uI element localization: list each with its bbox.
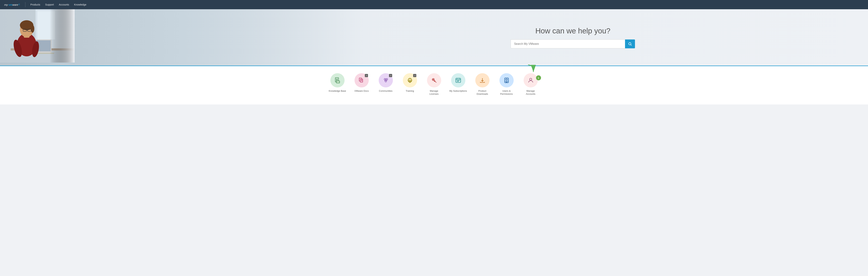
icons-section: Knowledge Base ↗ VMware Docs ↗ xyxy=(0,66,868,104)
vmware-docs-label: VMware Docs xyxy=(354,90,369,93)
svg-point-30 xyxy=(386,79,388,80)
hero-image xyxy=(0,9,365,66)
external-badge-training: ↗ xyxy=(413,74,416,77)
nav-link-accounts[interactable]: Accounts xyxy=(59,3,69,6)
product-downloads-circle xyxy=(475,73,490,87)
training-item[interactable]: ↗ Training xyxy=(401,73,419,93)
training-label: Training xyxy=(406,90,414,93)
logo-my-text: my xyxy=(4,3,8,6)
manage-accounts-circle xyxy=(524,73,538,87)
svg-point-35 xyxy=(409,80,410,81)
manage-licenses-icon xyxy=(431,77,437,84)
my-subscriptions-item[interactable]: My Subscriptions xyxy=(450,73,467,93)
users-permissions-item[interactable]: Users & Permissions xyxy=(498,73,516,96)
manage-licenses-label: Manage Licenses xyxy=(425,90,443,96)
knowledge-base-icon xyxy=(334,77,341,84)
training-icon xyxy=(407,77,413,84)
vmware-docs-icon xyxy=(359,77,365,84)
vmware-docs-item[interactable]: ↗ VMware Docs xyxy=(353,73,371,93)
external-badge-docs: ↗ xyxy=(365,74,368,77)
product-downloads-label: Product Downloads xyxy=(473,90,491,96)
svg-point-11 xyxy=(31,25,34,33)
communities-icon xyxy=(382,77,389,84)
communities-item[interactable]: ↗ Communities xyxy=(377,73,395,93)
external-badge-communities: ↗ xyxy=(389,74,392,77)
manage-licenses-item[interactable]: Manage Licenses xyxy=(425,73,443,96)
knowledge-base-circle xyxy=(330,73,345,87)
logo-vm-text: vm xyxy=(8,3,12,6)
icons-row: Knowledge Base ↗ VMware Docs ↗ xyxy=(329,73,539,96)
search-button[interactable] xyxy=(625,39,635,48)
communities-circle: ↗ xyxy=(379,73,393,87)
my-subscriptions-circle xyxy=(451,73,465,87)
hero-illustration xyxy=(0,9,74,63)
svg-rect-24 xyxy=(336,81,340,83)
nav-link-products[interactable]: Products xyxy=(30,3,40,6)
training-circle: ↗ xyxy=(403,73,417,87)
svg-point-52 xyxy=(530,78,532,80)
search-icon xyxy=(628,42,632,46)
arrow-icon xyxy=(525,64,536,74)
search-input[interactable] xyxy=(510,39,625,48)
svg-point-48 xyxy=(506,79,507,80)
green-arrow-indicator xyxy=(525,64,536,74)
manage-accounts-icon xyxy=(528,77,534,84)
hero-title: How can we help you? xyxy=(535,27,611,35)
logo-ware-text: ware xyxy=(12,3,18,6)
vmware-docs-circle: ↗ xyxy=(354,73,369,87)
search-row xyxy=(510,39,635,48)
nav-link-knowledge[interactable]: Knowledge xyxy=(74,3,86,6)
manage-licenses-circle xyxy=(427,73,441,87)
logo-trademark: ® xyxy=(18,3,20,6)
svg-point-18 xyxy=(629,42,631,45)
svg-rect-41 xyxy=(456,78,461,83)
knowledge-base-item[interactable]: Knowledge Base xyxy=(329,73,346,93)
knowledge-base-label: Knowledge Base xyxy=(329,90,346,93)
logo[interactable]: my vmware® xyxy=(4,3,20,6)
product-downloads-item[interactable]: Product Downloads xyxy=(473,73,491,96)
nav-link-support[interactable]: Support xyxy=(45,3,54,6)
svg-point-39 xyxy=(433,79,434,80)
product-downloads-icon xyxy=(479,77,486,84)
notification-badge: 1 xyxy=(536,75,541,80)
svg-point-29 xyxy=(384,79,386,80)
communities-label: Communities xyxy=(379,90,393,93)
manage-accounts-item[interactable]: 1 Manage Accounts xyxy=(522,73,539,96)
users-permissions-label: Users & Permissions xyxy=(498,90,516,96)
svg-line-19 xyxy=(631,44,632,45)
users-permissions-circle xyxy=(499,73,514,87)
hero-content: How can we help you? xyxy=(330,27,816,48)
users-permissions-icon xyxy=(503,77,510,84)
manage-accounts-label: Manage Accounts xyxy=(522,90,539,96)
navbar: my vmware® Products Support Accounts Kno… xyxy=(0,0,868,9)
svg-rect-17 xyxy=(50,9,74,63)
hero-section: How can we help you? xyxy=(0,9,868,66)
manage-accounts-circle-wrapper: 1 xyxy=(524,73,538,87)
my-subscriptions-icon xyxy=(455,77,461,84)
my-subscriptions-label: My Subscriptions xyxy=(450,90,467,93)
